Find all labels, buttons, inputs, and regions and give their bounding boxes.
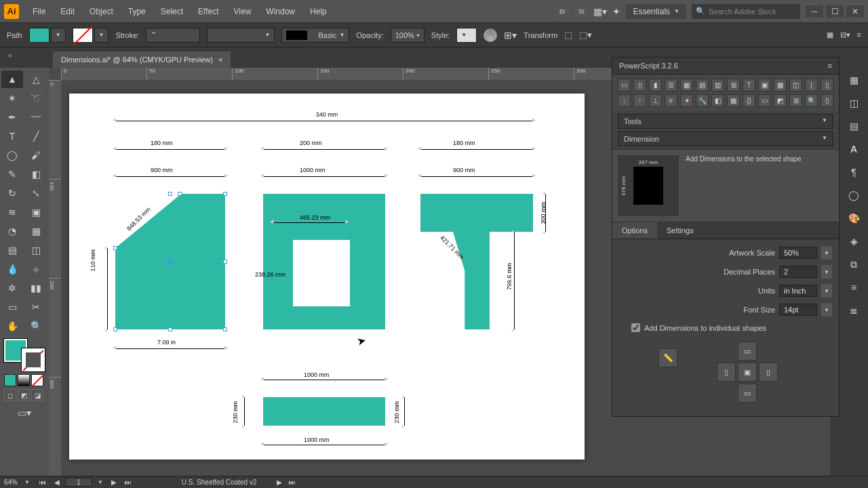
menu-effect[interactable]: Effect — [191, 4, 225, 19]
rectangle-tool[interactable]: ◯ — [1, 146, 23, 164]
ps-tool-19[interactable]: ✦ — [680, 94, 693, 107]
sel-handle[interactable] — [113, 246, 117, 250]
blend-tool[interactable]: ⟐ — [25, 260, 47, 278]
fill-stroke-control[interactable] — [4, 339, 45, 371]
ps-tool-28[interactable]: ▯ — [821, 94, 833, 107]
ps-tool-26[interactable]: ⊞ — [789, 94, 802, 107]
paragraph-panel-icon[interactable]: ¶ — [846, 164, 862, 180]
ps-tool-6[interactable]: ▤ — [696, 79, 709, 92]
ps-tool-5[interactable]: ▦ — [680, 79, 693, 92]
zoom-dropdown[interactable]: ▼ — [24, 479, 30, 485]
mesh-tool[interactable]: ▤ — [1, 241, 23, 259]
sel-handle[interactable] — [113, 327, 117, 331]
menu-select[interactable]: Select — [154, 4, 190, 19]
menu-file[interactable]: File — [26, 4, 52, 19]
selection-tool[interactable]: ▲ — [1, 70, 23, 88]
ps-tool-14[interactable]: ▯ — [821, 79, 833, 92]
stroke-swatch[interactable] — [73, 28, 93, 43]
nav-prev[interactable]: ◀ — [52, 479, 62, 486]
sel-handle[interactable] — [178, 192, 182, 196]
decimal-input[interactable] — [779, 266, 817, 278]
swatches-panel-icon[interactable]: ◈ — [846, 233, 862, 249]
ps-tool-8[interactable]: ⊞ — [727, 79, 740, 92]
ps-tool-10[interactable]: ▣ — [758, 79, 771, 92]
page-dd[interactable]: ▼ — [95, 479, 106, 485]
draw-normal[interactable]: ◻ — [4, 389, 16, 401]
recolor-icon[interactable] — [484, 28, 497, 42]
fill-swatch[interactable] — [29, 28, 50, 43]
direct-selection-tool[interactable]: △ — [25, 70, 47, 88]
menu-window[interactable]: Window — [259, 4, 302, 19]
opacity-input[interactable]: 100% ▸ — [391, 28, 425, 43]
add-individual-checkbox[interactable] — [631, 323, 640, 332]
curvature-tool[interactable]: 〰 — [25, 108, 47, 126]
dim-center-button[interactable]: ▣ — [738, 363, 757, 382]
color-panel-icon[interactable]: 🎨 — [846, 210, 862, 226]
tab-options[interactable]: Options — [612, 222, 657, 239]
tab-settings[interactable]: Settings — [657, 222, 703, 239]
sel-center[interactable] — [168, 260, 172, 264]
screen-mode-button[interactable]: ▭▾ — [1, 404, 47, 422]
properties-panel-icon[interactable]: ▦ — [846, 72, 862, 88]
ps-tool-18[interactable]: ≡ — [665, 94, 677, 107]
zoom-tool[interactable]: 🔍 — [25, 317, 47, 335]
line-tool[interactable]: ╱ — [25, 127, 47, 145]
width-tool[interactable]: ≋ — [1, 203, 23, 221]
ps-tool-12[interactable]: ◫ — [789, 79, 802, 92]
color-mode-none[interactable] — [31, 374, 43, 386]
hand-tool[interactable]: ✋ — [1, 317, 23, 335]
isolate-dd[interactable]: ⬚▾ — [579, 30, 592, 40]
close-button[interactable]: ✕ — [846, 5, 864, 18]
symbol-sprayer-tool[interactable]: ✲ — [1, 279, 23, 297]
shape-c-stem[interactable] — [453, 232, 490, 329]
decimal-dd[interactable]: ▼ — [821, 265, 832, 279]
menu-view[interactable]: View — [227, 4, 258, 19]
layers-panel-icon[interactable]: ▤ — [846, 118, 862, 134]
nav-next[interactable]: ▶ — [108, 479, 119, 486]
fill-dropdown[interactable]: ▼ — [51, 28, 66, 43]
ps-tool-16[interactable]: ↑ — [633, 94, 646, 107]
type-panel-icon[interactable]: A — [846, 141, 862, 157]
artwork-scale-input[interactable] — [779, 247, 817, 259]
sel-handle[interactable] — [223, 260, 227, 264]
color-mode-solid[interactable] — [4, 374, 16, 386]
artboard-tool[interactable]: ▭ — [1, 298, 23, 316]
ps-tool-25[interactable]: ◩ — [774, 94, 787, 107]
ps-tool-23[interactable]: {} — [743, 94, 755, 107]
ps-tool-11[interactable]: ▩ — [774, 79, 787, 92]
shape-d[interactable] — [263, 397, 385, 426]
stock-icon[interactable]: St — [574, 5, 588, 18]
font-size-dd[interactable]: ▼ — [821, 303, 832, 317]
grid-view-icon[interactable]: ▦ — [827, 30, 833, 39]
brush-definition-dropdown[interactable]: Basic▼ — [281, 28, 349, 43]
dim-bottom-button[interactable]: ▭ — [738, 384, 757, 403]
units-dd[interactable]: ▼ — [821, 284, 832, 298]
maximize-button[interactable]: ☐ — [826, 5, 844, 18]
stroke-weight-input[interactable]: ⌃ — [146, 28, 200, 43]
ps-tool-4[interactable]: ☰ — [665, 79, 677, 92]
perspective-tool[interactable]: ▦ — [25, 222, 47, 240]
menu-edit[interactable]: Edit — [54, 4, 81, 19]
rotate-tool[interactable]: ↻ — [1, 184, 23, 202]
tab-close-icon[interactable]: × — [218, 56, 222, 64]
document-tab[interactable]: Dimensions.ai* @ 64% (CMYK/GPU Preview) … — [53, 52, 231, 68]
gradient-tool[interactable]: ◫ — [25, 241, 47, 259]
bridge-icon[interactable]: Br — [555, 5, 569, 18]
units-input[interactable] — [779, 285, 817, 297]
pen-tool[interactable]: ✒ — [1, 108, 23, 126]
color-mode-gradient[interactable] — [18, 374, 30, 386]
stroke-profile-dropdown[interactable]: ▼ — [207, 28, 275, 43]
list-view-icon[interactable]: ⊟▾ — [840, 30, 850, 39]
shape-c-top[interactable] — [420, 194, 533, 232]
ps-tool-3[interactable]: ▮ — [649, 79, 662, 92]
appearance-panel-icon[interactable]: ◯ — [846, 187, 862, 203]
sel-handle[interactable] — [223, 192, 227, 196]
draw-behind[interactable]: ◩ — [18, 389, 30, 401]
menu-help[interactable]: Help — [303, 4, 334, 19]
ps-tool-21[interactable]: ◧ — [711, 94, 724, 107]
ps-tool-27[interactable]: 🔍 — [805, 94, 818, 107]
panel-menu-icon[interactable]: ≡ — [828, 62, 832, 70]
zoom-level[interactable]: 64% — [4, 479, 18, 486]
menu-type[interactable]: Type — [121, 4, 153, 19]
stroke-panel-icon[interactable]: ≣ — [846, 302, 862, 319]
